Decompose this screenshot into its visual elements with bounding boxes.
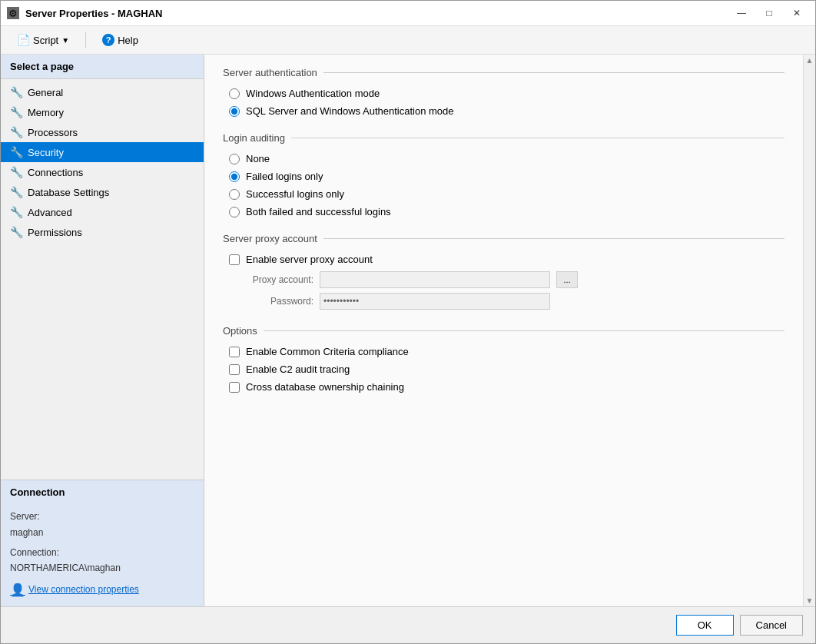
security-icon: 🔧 — [10, 146, 23, 158]
c2-audit-checkbox[interactable] — [229, 364, 240, 375]
bottom-bar: OK Cancel — [1, 606, 815, 643]
both-option[interactable]: Both failed and successful logins — [229, 206, 784, 217]
connection-label-row: Connection: NORTHAMERICA\maghan — [10, 545, 194, 576]
general-icon: 🔧 — [10, 86, 23, 98]
general-label: General — [28, 87, 63, 98]
toolbar-separator — [85, 32, 86, 48]
dialog-window: ⚙ Server Properties - MAGHAN — □ ✕ 📄 Scr… — [0, 0, 816, 644]
main-content: Select a page 🔧 General 🔧 Memory 🔧 Proce… — [1, 55, 815, 606]
common-criteria-label: Enable Common Criteria compliance — [246, 346, 409, 357]
app-icon: ⚙ — [7, 7, 19, 19]
connection-value: NORTHAMERICA\maghan — [10, 563, 121, 573]
permissions-icon: 🔧 — [10, 226, 23, 238]
login-auditing-radio-group: None Failed logins only Successful login… — [223, 153, 784, 217]
proxy-form: Enable server proxy account Proxy accoun… — [223, 254, 784, 310]
failed-only-radio[interactable] — [229, 171, 240, 182]
sidebar-item-advanced[interactable]: 🔧 Advanced — [1, 202, 204, 222]
scrollbar[interactable]: ▲ ▼ — [803, 55, 815, 606]
sidebar-item-memory[interactable]: 🔧 Memory — [1, 102, 204, 122]
sidebar-item-general[interactable]: 🔧 General — [1, 82, 204, 102]
connections-label: Connections — [28, 167, 83, 178]
sidebar-item-database-settings[interactable]: 🔧 Database Settings — [1, 182, 204, 202]
sidebar-item-connections[interactable]: 🔧 Connections — [1, 162, 204, 182]
options-group: Enable Common Criteria compliance Enable… — [223, 346, 784, 393]
sidebar-item-security[interactable]: 🔧 Security — [1, 142, 204, 162]
successful-only-label: Successful logins only — [246, 188, 344, 200]
server-proxy-title: Server proxy account — [223, 233, 784, 244]
help-button[interactable]: ? Help — [95, 31, 145, 49]
sidebar-header: Select a page — [1, 55, 204, 79]
password-input[interactable] — [320, 293, 550, 310]
close-button[interactable]: ✕ — [784, 5, 809, 21]
failed-only-label: Failed logins only — [246, 171, 323, 182]
sql-windows-auth-option[interactable]: SQL Server and Windows Authentication mo… — [229, 105, 784, 117]
options-section: Options Enable Common Criteria complianc… — [223, 325, 784, 393]
sidebar-items: 🔧 General 🔧 Memory 🔧 Processors 🔧 Securi… — [1, 79, 204, 480]
none-option[interactable]: None — [229, 153, 784, 164]
title-text: Server Properties - MAGHAN — [25, 8, 729, 19]
processors-label: Processors — [28, 127, 78, 138]
sidebar-item-processors[interactable]: 🔧 Processors — [1, 122, 204, 142]
cross-db-option[interactable]: Cross database ownership chaining — [229, 381, 784, 393]
main-panel: Server authentication Windows Authentica… — [204, 55, 803, 606]
script-label: Script — [33, 35, 58, 46]
window-controls: — □ ✕ — [729, 5, 809, 21]
options-title: Options — [223, 325, 784, 337]
server-auth-radio-group: Windows Authentication mode SQL Server a… — [223, 88, 784, 117]
browse-button[interactable]: ... — [556, 271, 578, 288]
enable-proxy-option[interactable]: Enable server proxy account — [229, 254, 784, 265]
script-button[interactable]: 📄 Script ▼ — [10, 31, 76, 49]
login-auditing-title: Login auditing — [223, 132, 784, 144]
login-auditing-section: Login auditing None Failed logins only S… — [223, 132, 784, 217]
windows-auth-radio[interactable] — [229, 88, 240, 99]
common-criteria-option[interactable]: Enable Common Criteria compliance — [229, 346, 784, 357]
connection-link-icon: 👤 — [10, 579, 25, 600]
server-label: Server: — [10, 511, 40, 522]
cross-db-label: Cross database ownership chaining — [246, 381, 404, 393]
server-auth-title: Server authentication — [223, 67, 784, 78]
failed-only-option[interactable]: Failed logins only — [229, 171, 784, 182]
sql-windows-auth-radio[interactable] — [229, 106, 240, 117]
server-auth-section: Server authentication Windows Authentica… — [223, 67, 784, 117]
enable-proxy-checkbox[interactable] — [229, 254, 240, 265]
processors-icon: 🔧 — [10, 126, 23, 138]
sql-windows-auth-label: SQL Server and Windows Authentication mo… — [246, 105, 454, 117]
cancel-button[interactable]: Cancel — [740, 615, 803, 636]
common-criteria-checkbox[interactable] — [229, 347, 240, 357]
database-settings-label: Database Settings — [28, 187, 109, 198]
view-connection-link[interactable]: 👤 View connection properties — [10, 579, 194, 600]
toolbar: 📄 Script ▼ ? Help — [1, 26, 815, 55]
connection-link-label: View connection properties — [28, 582, 139, 597]
successful-only-radio[interactable] — [229, 189, 240, 200]
help-icon: ? — [102, 34, 114, 46]
help-label: Help — [118, 35, 138, 46]
server-value: maghan — [10, 527, 43, 538]
proxy-account-label: Proxy account: — [229, 274, 313, 285]
connection-header: Connection — [1, 480, 204, 504]
title-bar: ⚙ Server Properties - MAGHAN — □ ✕ — [1, 1, 815, 26]
advanced-icon: 🔧 — [10, 206, 23, 218]
database-settings-icon: 🔧 — [10, 186, 23, 198]
successful-only-option[interactable]: Successful logins only — [229, 188, 784, 200]
proxy-account-row: Proxy account: ... — [229, 271, 784, 288]
c2-audit-option[interactable]: Enable C2 audit tracing — [229, 363, 784, 375]
connection-section: Connection Server: maghan Connection: NO… — [1, 480, 204, 606]
both-radio[interactable] — [229, 207, 240, 217]
dropdown-arrow: ▼ — [61, 36, 69, 45]
ok-button[interactable]: OK — [676, 615, 734, 636]
c2-audit-label: Enable C2 audit tracing — [246, 363, 350, 375]
memory-label: Memory — [28, 107, 64, 118]
proxy-account-input[interactable] — [320, 271, 550, 288]
windows-auth-option[interactable]: Windows Authentication mode — [229, 88, 784, 99]
connection-body: Server: maghan Connection: NORTHAMERICA\… — [1, 504, 204, 606]
cross-db-checkbox[interactable] — [229, 382, 240, 393]
script-icon: 📄 — [17, 34, 30, 46]
maximize-button[interactable]: □ — [757, 5, 781, 21]
sidebar-item-permissions[interactable]: 🔧 Permissions — [1, 222, 204, 242]
both-label: Both failed and successful logins — [246, 206, 391, 217]
minimize-button[interactable]: — — [729, 5, 754, 21]
memory-icon: 🔧 — [10, 106, 23, 118]
security-label: Security — [28, 147, 64, 158]
none-radio[interactable] — [229, 154, 240, 164]
connections-icon: 🔧 — [10, 166, 23, 178]
